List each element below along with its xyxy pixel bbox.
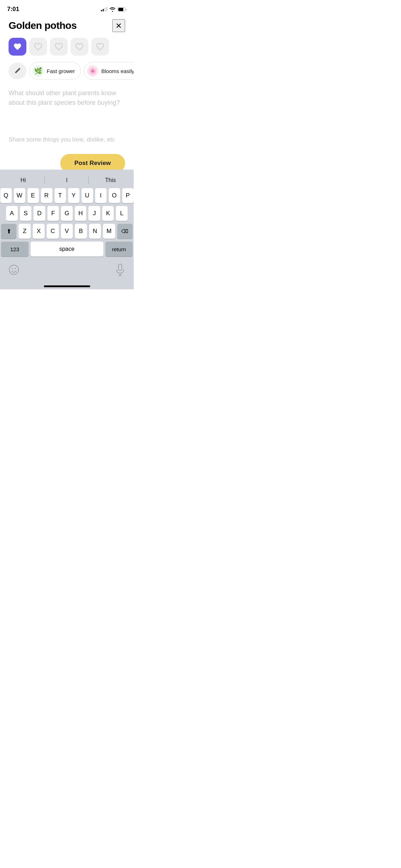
key-j[interactable]: J — [88, 206, 100, 221]
key-g[interactable]: G — [61, 206, 73, 221]
key-q[interactable]: Q — [0, 188, 12, 203]
key-z[interactable]: Z — [19, 224, 30, 239]
key-k[interactable]: K — [102, 206, 114, 221]
battery-icon — [118, 7, 127, 12]
heart-4[interactable] — [71, 38, 88, 56]
suggestion-this[interactable]: This — [89, 174, 132, 186]
blooms-easily-tag[interactable]: 🌸 Blooms easily — [84, 62, 134, 80]
review-input[interactable] — [9, 88, 125, 131]
microphone-button[interactable] — [114, 262, 127, 278]
key-e[interactable]: E — [27, 188, 39, 203]
suggestion-i[interactable]: I — [45, 174, 88, 186]
key-row-4: 123 space return — [1, 242, 133, 257]
keyboard-suggestions: Hi I This — [0, 172, 134, 188]
key-b[interactable]: B — [75, 224, 87, 239]
heart-3[interactable] — [50, 38, 68, 56]
close-button[interactable] — [112, 19, 125, 32]
keyboard-rows: Q W E R T Y U I O P A S D F G H J K L ⬆ … — [0, 188, 134, 257]
key-h[interactable]: H — [75, 206, 87, 221]
main-content: Golden pothos — [0, 16, 134, 143]
key-u[interactable]: U — [82, 188, 93, 203]
key-i[interactable]: I — [95, 188, 107, 203]
heart-1[interactable] — [9, 38, 26, 56]
key-p[interactable]: P — [122, 188, 134, 203]
home-indicator — [0, 285, 134, 289]
heart-5[interactable] — [91, 38, 109, 56]
home-bar — [44, 285, 90, 287]
status-icons — [101, 7, 127, 12]
wifi-icon — [109, 7, 115, 12]
key-d[interactable]: D — [34, 206, 45, 221]
space-key[interactable]: space — [31, 242, 103, 257]
key-a[interactable]: A — [6, 206, 18, 221]
numbers-key[interactable]: 123 — [1, 242, 29, 257]
svg-point-4 — [15, 268, 16, 269]
key-x[interactable]: X — [33, 224, 45, 239]
tags-row: 🌿 Fast grower 🌸 Blooms easily — [9, 62, 125, 80]
blooms-easily-label: Blooms easily — [101, 68, 134, 74]
key-n[interactable]: N — [89, 224, 101, 239]
key-row-2: A S D F G H J K L — [1, 206, 133, 221]
tag-edit-button[interactable] — [9, 63, 26, 79]
blooms-easily-icon: 🌸 — [87, 65, 98, 77]
key-t[interactable]: T — [55, 188, 66, 203]
status-bar: 7:01 — [0, 0, 134, 16]
rating-row — [9, 38, 125, 56]
svg-point-2 — [9, 265, 19, 274]
page-title: Golden pothos — [9, 20, 77, 31]
fast-grower-tag[interactable]: 🌿 Fast grower — [29, 62, 81, 80]
key-o[interactable]: O — [109, 188, 120, 203]
svg-point-3 — [12, 268, 13, 269]
svg-rect-5 — [118, 264, 122, 270]
key-v[interactable]: V — [61, 224, 73, 239]
suggestion-hi[interactable]: Hi — [1, 174, 45, 186]
key-m[interactable]: M — [103, 224, 115, 239]
key-l[interactable]: L — [116, 206, 128, 221]
status-time: 7:01 — [7, 6, 19, 13]
fast-grower-icon: 🌿 — [32, 65, 44, 77]
key-row-1: Q W E R T Y U I O P — [1, 188, 133, 203]
shift-key[interactable]: ⬆ — [1, 224, 16, 239]
heart-2[interactable] — [29, 38, 47, 56]
delete-key[interactable]: ⌫ — [117, 224, 133, 239]
key-f[interactable]: F — [47, 206, 59, 221]
svg-rect-1 — [118, 8, 123, 11]
keyboard-bottom — [0, 259, 134, 285]
key-c[interactable]: C — [47, 224, 58, 239]
key-s[interactable]: S — [20, 206, 32, 221]
emoji-button[interactable] — [7, 263, 21, 278]
header-row: Golden pothos — [9, 19, 125, 32]
key-row-3: ⬆ Z X C V B N M ⌫ — [1, 224, 133, 239]
fast-grower-label: Fast grower — [47, 68, 75, 74]
key-y[interactable]: Y — [68, 188, 79, 203]
key-w[interactable]: W — [14, 188, 25, 203]
keyboard: Hi I This Q W E R T Y U I O P A S D F G … — [0, 170, 134, 289]
signal-icon — [101, 7, 107, 11]
key-r[interactable]: R — [41, 188, 52, 203]
review-hint: Share some things you love, dislike, etc — [9, 136, 125, 143]
return-key[interactable]: return — [106, 242, 133, 257]
